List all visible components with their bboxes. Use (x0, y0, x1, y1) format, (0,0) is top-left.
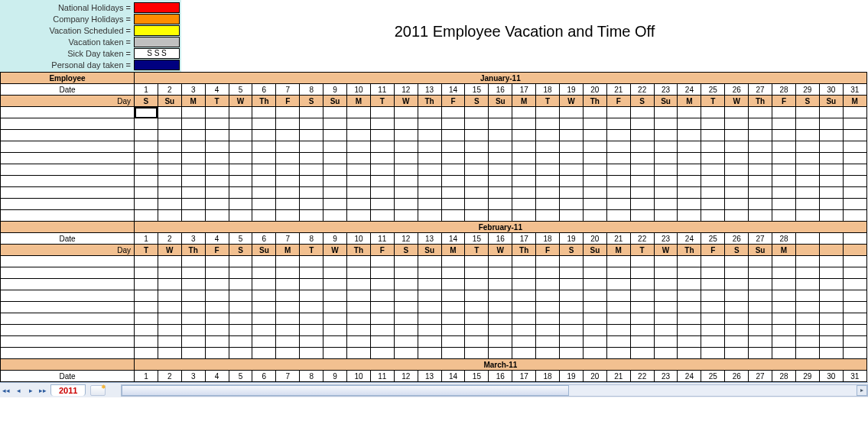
calendar-cell[interactable] (418, 302, 441, 313)
calendar-cell[interactable] (678, 130, 701, 141)
calendar-cell[interactable] (606, 290, 630, 302)
calendar-cell[interactable] (772, 164, 796, 176)
calendar-cell[interactable] (583, 313, 606, 325)
calendar-cell[interactable] (843, 290, 866, 302)
calendar-cell[interactable] (583, 279, 606, 290)
calendar-cell[interactable] (465, 187, 489, 199)
calendar-cell[interactable] (606, 336, 630, 348)
calendar-cell[interactable] (418, 336, 441, 348)
calendar-cell[interactable] (654, 153, 678, 164)
calendar-cell[interactable] (135, 153, 158, 164)
calendar-cell[interactable] (560, 130, 584, 141)
calendar-cell[interactable] (205, 141, 229, 153)
calendar-cell[interactable] (489, 153, 512, 164)
calendar-cell[interactable] (394, 107, 418, 118)
calendar-cell[interactable] (394, 313, 418, 325)
calendar-cell[interactable] (229, 325, 252, 336)
calendar-cell[interactable] (323, 141, 347, 153)
calendar-cell[interactable] (630, 164, 654, 176)
calendar-cell[interactable] (229, 267, 252, 279)
calendar-cell[interactable] (795, 107, 819, 118)
calendar-cell[interactable] (229, 313, 252, 325)
employee-cell[interactable] (1, 187, 135, 199)
calendar-cell[interactable] (252, 141, 276, 153)
calendar-cell[interactable] (441, 187, 465, 199)
calendar-cell[interactable] (678, 164, 701, 176)
calendar-cell[interactable] (276, 176, 300, 187)
calendar-cell[interactable] (323, 256, 347, 267)
calendar-cell[interactable] (205, 290, 229, 302)
calendar-cell[interactable] (536, 130, 560, 141)
calendar-cell[interactable] (276, 279, 300, 290)
calendar-cell[interactable] (418, 130, 441, 141)
calendar-cell[interactable] (465, 290, 489, 302)
calendar-cell[interactable] (630, 348, 654, 359)
calendar-cell[interactable] (181, 313, 205, 325)
calendar-cell[interactable] (819, 348, 843, 359)
calendar-cell[interactable] (725, 141, 749, 153)
calendar-cell[interactable] (560, 210, 584, 222)
calendar-cell[interactable] (418, 107, 441, 118)
calendar-cell[interactable] (205, 176, 229, 187)
calendar-cell[interactable] (205, 256, 229, 267)
calendar-cell[interactable] (489, 279, 512, 290)
calendar-cell[interactable] (772, 313, 796, 325)
calendar-cell[interactable] (795, 290, 819, 302)
calendar-cell[interactable] (370, 302, 394, 313)
calendar-cell[interactable] (300, 130, 323, 141)
calendar-cell[interactable] (843, 336, 866, 348)
calendar-cell[interactable] (135, 164, 158, 176)
calendar-cell[interactable] (252, 348, 276, 359)
calendar-cell[interactable] (441, 336, 465, 348)
calendar-cell[interactable] (394, 267, 418, 279)
calendar-cell[interactable] (583, 348, 606, 359)
calendar-cell[interactable] (276, 199, 300, 210)
calendar-cell[interactable] (749, 199, 772, 210)
calendar-cell[interactable] (819, 302, 843, 313)
calendar-cell[interactable] (229, 348, 252, 359)
calendar-cell[interactable] (441, 210, 465, 222)
calendar-cell[interactable] (583, 199, 606, 210)
calendar-cell[interactable] (394, 348, 418, 359)
calendar-cell[interactable] (205, 302, 229, 313)
calendar-cell[interactable] (843, 176, 866, 187)
calendar-cell[interactable] (300, 153, 323, 164)
calendar-cell[interactable] (347, 313, 371, 325)
calendar-cell[interactable] (749, 210, 772, 222)
calendar-cell[interactable] (606, 130, 630, 141)
calendar-cell[interactable] (772, 325, 796, 336)
calendar-cell[interactable] (512, 290, 536, 302)
employee-cell[interactable] (1, 130, 135, 141)
calendar-cell[interactable] (181, 153, 205, 164)
calendar-cell[interactable] (749, 118, 772, 130)
scroll-right-arrow[interactable]: ▸ (857, 385, 867, 396)
calendar-cell[interactable] (678, 199, 701, 210)
calendar-cell[interactable] (701, 164, 725, 176)
calendar-cell[interactable] (701, 267, 725, 279)
calendar-cell[interactable] (536, 176, 560, 187)
calendar-cell[interactable] (819, 336, 843, 348)
calendar-cell[interactable] (441, 199, 465, 210)
calendar-cell[interactable] (276, 107, 300, 118)
calendar-cell[interactable] (418, 325, 441, 336)
calendar-cell[interactable] (725, 313, 749, 325)
calendar-cell[interactable] (725, 279, 749, 290)
calendar-cell[interactable] (347, 210, 371, 222)
calendar-cell[interactable] (465, 210, 489, 222)
employee-cell[interactable] (1, 153, 135, 164)
calendar-cell[interactable] (843, 302, 866, 313)
calendar-cell[interactable] (370, 290, 394, 302)
calendar-cell[interactable] (536, 290, 560, 302)
calendar-cell[interactable] (205, 199, 229, 210)
calendar-cell[interactable] (725, 256, 749, 267)
calendar-cell[interactable] (630, 130, 654, 141)
calendar-cell[interactable] (819, 199, 843, 210)
calendar-cell[interactable] (749, 153, 772, 164)
calendar-cell[interactable] (606, 176, 630, 187)
calendar-cell[interactable] (300, 279, 323, 290)
calendar-cell[interactable] (323, 199, 347, 210)
calendar-cell[interactable] (560, 290, 584, 302)
calendar-cell[interactable] (725, 130, 749, 141)
calendar-cell[interactable] (205, 118, 229, 130)
calendar-cell[interactable] (536, 348, 560, 359)
